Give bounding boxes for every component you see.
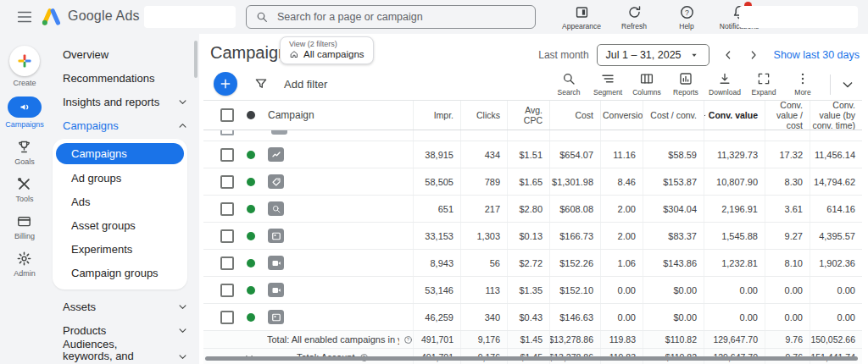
status-enabled-dot[interactable] xyxy=(247,205,255,213)
more-tool-button[interactable]: More xyxy=(783,71,822,97)
video-campaign-icon xyxy=(268,283,284,297)
status-enabled-dot[interactable] xyxy=(247,151,255,159)
global-search-box[interactable] xyxy=(246,5,536,29)
filter-icon[interactable] xyxy=(253,76,269,91)
status-enabled-dot[interactable] xyxy=(247,232,255,240)
row-checkbox[interactable] xyxy=(220,202,234,216)
metric-cell: $1,301.98 xyxy=(549,168,600,195)
rail-item-goals[interactable]: Goals xyxy=(14,138,35,166)
sidebar-item-insights-and-reports[interactable]: Insights and reports xyxy=(49,90,199,113)
info-icon[interactable]: ? xyxy=(403,335,413,345)
segment-tool-button[interactable]: Segment xyxy=(588,71,627,97)
rail-item-label: Goals xyxy=(14,157,35,166)
metric-cell: $1.35 xyxy=(507,277,549,303)
date-range-dropdown[interactable]: Jul 1 – 31, 2025 xyxy=(597,44,709,66)
row-select-cell xyxy=(203,196,413,222)
table-row: 33,1531,303$0.13$166.732.00$83.371,545.8… xyxy=(203,223,862,250)
global-search-input[interactable] xyxy=(275,10,526,24)
rail-item-campaigns[interactable]: Campaigns xyxy=(5,97,44,129)
sidebar-item-recommendations[interactable]: Recommendations xyxy=(49,66,199,90)
column-header-clicks[interactable]: Clicks xyxy=(460,101,507,130)
video-campaign-icon xyxy=(268,256,284,270)
sidebar-subitem-campaigns[interactable]: Campaigns xyxy=(56,143,184,164)
segment-icon xyxy=(600,71,615,86)
sidebar-item-overview[interactable]: Overview xyxy=(49,42,199,66)
help-button[interactable]: ?Help xyxy=(666,4,707,30)
action-label: Appearance xyxy=(562,22,601,30)
appearance-button[interactable]: Appearance xyxy=(561,4,602,30)
rail-item-create[interactable]: Create xyxy=(9,46,40,87)
rail-item-billing[interactable]: Billing xyxy=(14,212,35,240)
next-period-button[interactable] xyxy=(747,48,760,62)
download-tool-button[interactable]: Download xyxy=(705,71,744,97)
sidebar-item-assets[interactable]: Assets xyxy=(49,295,199,318)
column-header-conv-value-cost[interactable]: Conv. value / cost xyxy=(765,101,810,130)
status-enabled-dot[interactable] xyxy=(247,286,255,295)
metric-cell: $0.43 xyxy=(507,304,549,330)
columns-tool-button[interactable]: Columns xyxy=(627,71,666,97)
metric-cell: 614.16 xyxy=(810,196,862,222)
row-checkbox[interactable] xyxy=(220,175,234,189)
collapse-toolbar-chevron-icon[interactable] xyxy=(839,76,856,93)
sidebar-item-label: Products xyxy=(63,324,106,337)
row-checkbox[interactable] xyxy=(220,256,234,270)
status-enabled-dot[interactable] xyxy=(247,178,255,186)
tool-label: Segment xyxy=(593,88,622,97)
metric-cell: 113 xyxy=(460,277,507,303)
metric-cell: $83.37 xyxy=(643,223,704,249)
sidebar-scrollbar[interactable] xyxy=(194,41,198,78)
display-campaign-icon xyxy=(268,310,284,324)
totals-metric-cell: $13,278.86 xyxy=(549,331,600,348)
row-checkbox[interactable] xyxy=(220,311,234,324)
sidebar-item-label: Audiences, keywords, and content xyxy=(63,339,166,364)
column-header-label: Cost xyxy=(575,110,593,120)
previous-period-button[interactable] xyxy=(721,48,735,62)
rail-item-label: Admin xyxy=(14,269,36,278)
view-filters-chip[interactable]: View (2 filters) All campaigns xyxy=(280,36,374,64)
show-last-30-days-link[interactable]: Show last 30 days xyxy=(774,49,860,61)
column-header-avg-cpc[interactable]: Avg. CPC xyxy=(507,101,549,130)
sidebar-subitem-ad-groups[interactable]: Ad groups xyxy=(53,166,187,190)
add-campaign-button[interactable] xyxy=(214,72,237,96)
row-checkbox[interactable] xyxy=(220,148,234,162)
rail-item-tools[interactable]: Tools xyxy=(15,175,33,203)
sidebar-subitem-asset-groups[interactable]: Asset groups xyxy=(53,213,187,237)
column-header-conv-value[interactable]: Conv. value xyxy=(704,101,765,130)
row-checkbox[interactable] xyxy=(220,229,234,243)
column-header-impr[interactable]: Impr. xyxy=(413,101,460,130)
row-checkbox[interactable] xyxy=(220,284,234,297)
sidebar-subitem-ads[interactable]: Ads xyxy=(53,190,187,213)
main-content: Campaigns View (2 filters) All campaigns… xyxy=(199,34,868,364)
column-header-label: Clicks xyxy=(476,110,500,120)
search-tool-button[interactable]: Search xyxy=(549,71,588,97)
rail-item-label: Tools xyxy=(15,195,33,203)
reports-tool-button[interactable]: Reports xyxy=(666,71,705,97)
totals-label-cell: Total: All enabled campaigns in your c..… xyxy=(203,331,413,348)
horizontal-scrollbar[interactable] xyxy=(205,356,858,361)
column-header-conv-value-by-conv-time[interactable]: Conv. value (by conv. time) xyxy=(810,101,862,130)
status-filter-dot[interactable] xyxy=(247,111,255,119)
column-header-campaign[interactable]: Campaign xyxy=(268,109,314,121)
metric-cell: $153.87 xyxy=(643,168,704,195)
status-enabled-dot[interactable] xyxy=(247,259,255,267)
column-header-cost[interactable]: Cost xyxy=(549,101,600,130)
row-select-cell xyxy=(203,304,413,330)
sidebar-subitem-campaign-groups[interactable]: Campaign groups xyxy=(53,261,187,284)
sidebar-item-audiences-keywords-and-content[interactable]: Audiences, keywords, and content xyxy=(49,342,199,364)
sidebar-item-campaigns[interactable]: Campaigns xyxy=(49,113,199,137)
chevron-down-icon xyxy=(176,96,189,108)
rail-item-admin[interactable]: Admin xyxy=(14,250,36,278)
refresh-button[interactable]: Refresh xyxy=(614,4,654,30)
hamburger-menu-icon[interactable] xyxy=(15,8,34,26)
more-icon xyxy=(795,71,810,86)
row-select-cell xyxy=(203,141,413,168)
select-all-checkbox[interactable] xyxy=(220,108,234,122)
column-header-conversions[interactable]: Conversions xyxy=(600,101,643,130)
status-enabled-dot[interactable] xyxy=(247,313,255,322)
expand-tool-button[interactable]: Expand xyxy=(744,71,783,97)
sidebar-subitem-experiments[interactable]: Experiments xyxy=(53,237,187,261)
column-header-cost-conv[interactable]: Cost / conv. xyxy=(643,101,704,130)
add-filter-button[interactable]: Add filter xyxy=(284,78,327,91)
sidebar-subitem-label: Campaigns xyxy=(71,147,127,160)
tool-label: Search xyxy=(558,88,581,97)
